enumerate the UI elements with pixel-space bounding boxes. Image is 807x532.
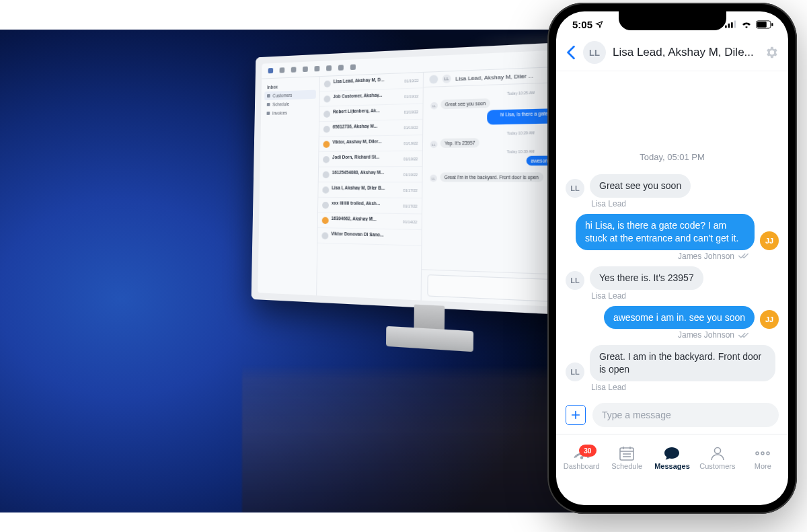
- tab-label: Customers: [699, 462, 735, 470]
- chat-title: Lisa Lead, Akshay M, Diler ...: [455, 72, 533, 81]
- nav-icon[interactable]: [280, 67, 285, 73]
- nav-icon[interactable]: [314, 66, 319, 71]
- read-receipt-icon: [738, 332, 751, 339]
- thread-item[interactable]: Viktor Donovan Di Sano...: [317, 228, 421, 246]
- thread-item[interactable]: xxx iiiiiiii trolled, Aksh... 01/17/22: [318, 198, 422, 215]
- tab-label: Schedule: [611, 462, 642, 470]
- thread-avatar: [323, 125, 330, 132]
- message-bubble: awesome i am in. see you soon: [604, 306, 755, 330]
- tab-more[interactable]: More: [741, 446, 784, 470]
- messages-timestamp: Today, 05:01 PM: [566, 152, 779, 162]
- message-row: LL Great. I am in the backyard. Front do…: [566, 345, 779, 381]
- message-sender: Lisa Lead: [591, 383, 779, 392]
- message-row: JJ hi Lisa, is there a gate code? I am s…: [566, 214, 779, 250]
- tab-label: Dashboard: [564, 462, 600, 470]
- tab-label: More: [755, 462, 771, 470]
- message-sender: James Johnson: [566, 330, 751, 340]
- thread-avatar: [322, 217, 329, 223]
- sidebar-item[interactable]: Invoices: [264, 108, 316, 118]
- conversation-avatar: LL: [583, 41, 606, 64]
- avatar-jj: JJ: [760, 310, 779, 329]
- svg-rect-6: [771, 23, 773, 26]
- phone-mockup: 5:05 LL Lisa Lead, Akshay M, Dile... Tod…: [547, 3, 797, 514]
- chat-icon: [663, 446, 681, 461]
- thread-item[interactable]: Robert Lijtenberg, Ak... 01/19/22: [319, 104, 422, 122]
- tab-schedule[interactable]: Schedule: [605, 446, 648, 470]
- compose-input[interactable]: [592, 403, 779, 427]
- svg-rect-2: [731, 22, 733, 28]
- thread-avatar: [321, 232, 328, 239]
- thread-list[interactable]: Lisa Lead, Akshay M, D... 01/19/22Job Cu…: [317, 73, 424, 301]
- conversation-title: Lisa Lead, Akshay M, Dile...: [613, 46, 757, 59]
- avatar-jj: JJ: [760, 231, 779, 250]
- message-bubble: Great see you soon: [590, 174, 691, 198]
- message-row: JJ awesome i am in. see you soon: [566, 306, 779, 330]
- avatar-ll: LL: [430, 175, 437, 182]
- svg-rect-0: [725, 26, 727, 28]
- back-icon[interactable]: [566, 45, 576, 60]
- thread-item[interactable]: Viktor, Akshay M, Diler... 01/19/22: [319, 135, 422, 152]
- avatar-ll: LL: [566, 363, 584, 381]
- thread-avatar: [323, 96, 330, 103]
- message-row: LL Yes there is. It's 23957: [566, 266, 779, 290]
- thread-avatar: [323, 110, 330, 117]
- nav-icon[interactable]: [291, 67, 297, 72]
- avatar-ll: LL: [566, 179, 584, 198]
- settings-icon[interactable]: [764, 45, 779, 60]
- message-bubble: Great see you soon: [440, 98, 490, 109]
- svg-rect-1: [728, 24, 730, 28]
- message-bubble: hi Lisa, is there a gate code? I am stuc…: [576, 214, 755, 250]
- thread-avatar: [323, 171, 330, 178]
- svg-rect-5: [757, 22, 767, 27]
- nav-icon[interactable]: [326, 65, 332, 71]
- message-bubble: Great. I am in the backyard. Front door …: [590, 345, 775, 381]
- message-sender: Lisa Lead: [591, 291, 779, 301]
- svg-point-18: [756, 452, 759, 455]
- thread-item[interactable]: 16304662, Akshay M... 01/14/22: [318, 213, 422, 230]
- attach-button[interactable]: [566, 405, 586, 425]
- avatar-ll: LL: [430, 141, 438, 148]
- avatar-ll: LL: [566, 271, 584, 290]
- notification-badge: 30: [579, 445, 597, 457]
- message-sender: Lisa Lead: [591, 199, 779, 208]
- nav-icon[interactable]: [303, 67, 308, 72]
- message-sender: James Johnson: [566, 252, 751, 261]
- message-bubble: Yes there is. It's 23957: [590, 266, 703, 290]
- tab-bar: 30 Dashboard Schedule Messages Customers: [556, 434, 788, 479]
- tab-dashboard[interactable]: 30 Dashboard: [560, 446, 603, 470]
- wifi-icon: [741, 20, 752, 28]
- location-icon: [595, 20, 603, 28]
- tab-customers[interactable]: Customers: [696, 446, 739, 470]
- svg-point-20: [767, 452, 769, 455]
- svg-point-17: [714, 448, 720, 454]
- nav-icon[interactable]: [338, 65, 344, 71]
- app-logo-icon: [268, 68, 274, 73]
- thread-avatar: [323, 141, 330, 147]
- user-avatar: [429, 75, 438, 83]
- thread-item[interactable]: 16125454080, Akshay M... 01/19/22: [319, 167, 422, 182]
- status-time: 5:05: [572, 19, 592, 30]
- calendar-icon: [619, 446, 635, 461]
- tab-messages[interactable]: Messages: [650, 446, 693, 470]
- thread-avatar: [322, 201, 329, 208]
- participant-avatar: LL: [443, 75, 451, 83]
- cellular-icon: [725, 20, 737, 28]
- plus-icon: [570, 410, 581, 420]
- thread-item[interactable]: Jodi Dorn, Richard St... 01/19/22: [319, 151, 422, 167]
- messages-scroll[interactable]: Today, 05:01 PM LL Great see you soon Li…: [556, 71, 788, 392]
- thread-item[interactable]: Lisa I, Akshay M, Diler B... 01/17/22: [318, 182, 422, 198]
- desktop-sidebar: Inbox Customers Schedule Invoices: [258, 77, 320, 295]
- message-bubble: Yep. It's 23957: [440, 138, 479, 148]
- thread-item[interactable]: 65612736, Akshay M... 01/19/22: [319, 120, 423, 137]
- message-bubble: Great I'm in the backyard. Front door is…: [440, 172, 543, 182]
- thread-avatar: [322, 186, 329, 193]
- thread-avatar: [324, 80, 331, 87]
- message-row: LL Great see you soon: [566, 174, 779, 198]
- nav-icon[interactable]: [350, 65, 356, 71]
- phone-notch: [619, 11, 726, 30]
- battery-icon: [756, 20, 773, 29]
- more-icon: [754, 446, 771, 461]
- tab-label: Messages: [654, 462, 690, 470]
- read-receipt-icon: [738, 252, 751, 260]
- svg-point-19: [761, 452, 764, 455]
